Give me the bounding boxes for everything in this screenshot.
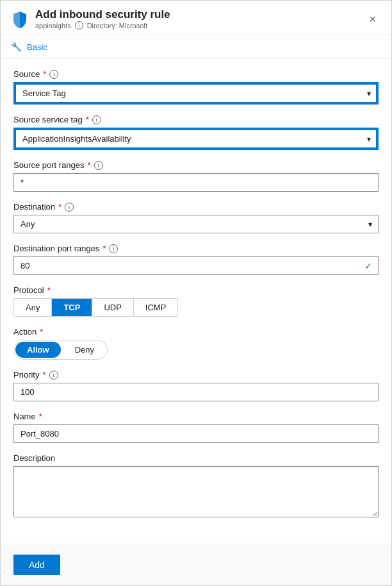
destination-port-ranges-input[interactable]: [13, 256, 379, 275]
action-required: *: [40, 327, 43, 337]
description-label: Description: [13, 453, 379, 463]
panel-header: Add inbound security rule appinsights i …: [1, 1, 391, 35]
priority-input[interactable]: [13, 383, 379, 401]
protocol-label: Protocol *: [13, 285, 379, 295]
destination-required: *: [58, 202, 61, 212]
priority-group: Priority * i: [13, 370, 379, 401]
source-service-tag-select[interactable]: ApplicationInsightsAvailability Internet…: [15, 129, 377, 149]
destination-group: Destination * i Any IP Addresses Service…: [13, 202, 379, 233]
source-port-ranges-info-icon[interactable]: i: [94, 161, 103, 170]
source-port-ranges-label: Source port ranges * i: [13, 160, 379, 170]
add-button[interactable]: Add: [13, 555, 60, 575]
action-button-group: Allow Deny: [13, 340, 108, 360]
action-group: Action * Allow Deny: [13, 327, 379, 360]
subtitle-app: appinsights: [35, 22, 71, 29]
protocol-required: *: [47, 285, 51, 295]
source-group: Source * i Service Tag Any IP Addresses …: [13, 69, 379, 105]
priority-info-icon[interactable]: i: [49, 371, 58, 380]
priority-required: *: [42, 370, 45, 380]
destination-port-ranges-required: *: [102, 244, 106, 253]
section-tab: 🔧 Basic: [1, 35, 391, 59]
info-circle-icon: i: [75, 21, 83, 29]
name-group: Name *: [13, 412, 379, 443]
action-label: Action *: [13, 327, 379, 337]
source-service-tag-required: *: [86, 115, 89, 124]
source-service-tag-label: Source service tag * i: [13, 115, 379, 124]
panel-footer: Add: [1, 544, 391, 585]
name-required: *: [39, 412, 42, 421]
destination-port-ranges-label: Destination port ranges * i: [13, 244, 379, 253]
source-service-tag-select-wrapper: ApplicationInsightsAvailability Internet…: [13, 128, 379, 150]
subtitle-dir: Directory: Microsoft: [87, 22, 148, 29]
source-service-tag-group: Source service tag * i ApplicationInsigh…: [13, 115, 379, 150]
wrench-icon: 🔧: [11, 42, 22, 52]
destination-info-icon[interactable]: i: [65, 203, 74, 212]
close-button[interactable]: ×: [364, 11, 381, 28]
source-service-tag-info-icon[interactable]: i: [92, 115, 101, 124]
protocol-udp-button[interactable]: UDP: [92, 299, 133, 316]
shield-icon: [11, 10, 29, 28]
name-input[interactable]: [13, 424, 379, 443]
source-port-ranges-group: Source port ranges * i: [13, 160, 379, 192]
source-select[interactable]: Service Tag Any IP Addresses Application…: [15, 83, 377, 103]
source-port-ranges-input[interactable]: [13, 173, 379, 192]
protocol-any-button[interactable]: Any: [14, 299, 52, 316]
source-label: Source * i: [13, 69, 379, 79]
header-left: Add inbound security rule appinsights i …: [11, 8, 170, 29]
protocol-icmp-button[interactable]: ICMP: [134, 299, 178, 316]
form-body: Source * i Service Tag Any IP Addresses …: [1, 59, 391, 544]
destination-label: Destination * i: [13, 202, 379, 212]
destination-port-ranges-input-wrapper: ✓: [13, 256, 379, 275]
protocol-group: Protocol * Any TCP UDP ICMP: [13, 285, 379, 317]
destination-port-ranges-info-icon[interactable]: i: [109, 244, 118, 253]
destination-select[interactable]: Any IP Addresses Service Tag Application…: [13, 215, 379, 233]
protocol-tcp-button[interactable]: TCP: [52, 299, 92, 316]
add-inbound-rule-panel: Add inbound security rule appinsights i …: [0, 0, 392, 586]
protocol-button-group: Any TCP UDP ICMP: [13, 298, 178, 317]
check-mark-icon: ✓: [364, 261, 372, 271]
destination-select-wrapper: Any IP Addresses Service Tag Application…: [13, 215, 379, 233]
section-tab-label: Basic: [27, 42, 47, 52]
description-textarea[interactable]: [13, 466, 379, 517]
action-deny-button[interactable]: Deny: [63, 342, 106, 358]
source-info-icon[interactable]: i: [49, 70, 58, 79]
source-select-wrapper: Service Tag Any IP Addresses Application…: [13, 82, 379, 105]
source-port-ranges-required: *: [88, 160, 91, 170]
title-group: Add inbound security rule appinsights i …: [35, 8, 170, 29]
panel-subtitle: appinsights i Directory: Microsoft: [35, 21, 170, 29]
panel-title: Add inbound security rule: [35, 8, 170, 21]
description-group: Description: [13, 453, 379, 519]
priority-label: Priority * i: [13, 370, 379, 380]
name-label: Name *: [13, 412, 379, 421]
action-allow-button[interactable]: Allow: [15, 342, 61, 358]
source-required: *: [43, 69, 46, 79]
destination-port-ranges-group: Destination port ranges * i ✓: [13, 244, 379, 275]
